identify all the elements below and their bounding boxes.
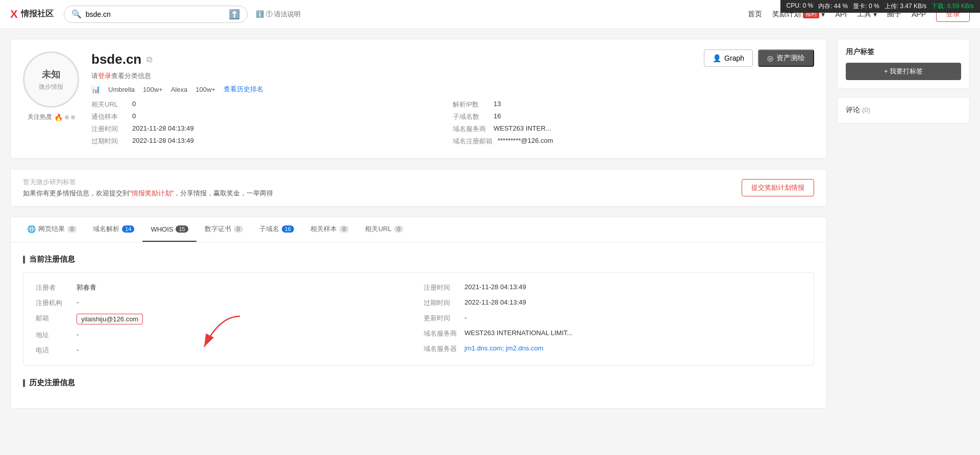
domain-name: bsde.cn <box>91 52 141 67</box>
meta-subdomain: 子域名数 16 <box>453 112 814 121</box>
reward-plan-link[interactable]: 情报奖励计划 <box>132 189 172 197</box>
email-val[interactable]: yilaishiju@126.com <box>77 314 143 324</box>
sidebar: 用户标签 + 我要打标签 评论 (0) <box>837 39 970 409</box>
domain-provider-val: WEST263 INTER... <box>494 124 551 134</box>
nav-home[interactable]: 首页 <box>748 10 762 19</box>
whois-grid: 注册者 郭春青 注册机构 - 邮箱 yilaishiju@126.com <box>36 283 801 355</box>
logo-x-icon: X <box>10 8 18 21</box>
graph-button[interactable]: 👤 Graph <box>704 49 753 67</box>
email-label: 邮箱 <box>36 314 71 323</box>
tab-webpage[interactable]: 🌐 网页结果 0 <box>19 217 85 242</box>
profile-card: 未知 微步情报 关注热度 🔥 bsde.cn ⧉ <box>10 39 827 159</box>
meta-col-fourth: 域名服务商 WEST263 INTER... 域名注册邮箱 *********@… <box>453 124 814 146</box>
meta-col-third: 注册时间 2021-11-28 04:13:49 过期时间 2022-11-28… <box>91 124 453 146</box>
login-link[interactable]: 登录 <box>98 72 111 80</box>
reg-time-label: 注册时间 <box>424 283 459 292</box>
whois-col-left: 注册者 郭春青 注册机构 - 邮箱 yilaishiju@126.com <box>36 283 413 355</box>
upload-stat: 上传: 3.47 KB/s <box>885 2 927 11</box>
tab-dns-badge: 14 <box>122 225 134 233</box>
tab-cert-badge: 0 <box>234 225 243 233</box>
profile-actions: 👤 Graph ◎ 资产测绘 <box>704 49 814 67</box>
tab-dns[interactable]: 域名解析 14 <box>85 217 142 242</box>
dot2 <box>71 115 75 119</box>
alexa-label: Alexa <box>171 86 188 93</box>
flame-icon: 🔥 <box>54 113 63 121</box>
meta-col-left: 相关URL 0 通信样本 0 <box>91 100 453 121</box>
graph-button-label: Graph <box>724 54 744 62</box>
syntax-hint-label: ① 语法说明 <box>266 10 301 19</box>
update-time-label: 更新时间 <box>424 314 459 323</box>
copy-icon[interactable]: ⧉ <box>146 55 152 64</box>
asset-button[interactable]: ◎ 资产测绘 <box>758 49 814 67</box>
subdomain-val: 16 <box>494 112 501 121</box>
meta-expire-time: 过期时间 2022-11-28 04:13:49 <box>91 137 453 146</box>
logo-text: 情报社区 <box>21 9 54 19</box>
tab-subdomain-label: 子域名 <box>259 224 279 234</box>
gpu-stat: 显卡: 0 % <box>853 2 879 11</box>
domain-email-label: 域名注册邮箱 <box>453 137 493 146</box>
tab-whois[interactable]: WHOIS 15 <box>142 217 196 242</box>
syntax-hint[interactable]: ℹ️ ① 语法说明 <box>256 10 301 19</box>
tab-sample-badge: 0 <box>339 225 349 233</box>
tag-desc: 如果你有更多情报信息，欢迎提交到"情报奖励计划"，分享情报，赢取奖金，一举两得 <box>23 189 273 198</box>
registrant-label: 注册者 <box>36 283 71 292</box>
domain-email-val: *********@126.com <box>498 137 553 146</box>
tab-cert[interactable]: 数字证书 0 <box>197 217 251 242</box>
graph-person-icon: 👤 <box>713 54 721 62</box>
report-button[interactable]: 提交奖励计划情报 <box>742 179 814 196</box>
tab-related-url-label: 相关URL <box>365 224 391 234</box>
add-tag-button[interactable]: + 我要打标签 <box>846 63 961 80</box>
meta-related-url: 相关URL 0 <box>91 100 453 109</box>
related-url-label: 相关URL <box>91 100 127 109</box>
ns-provider-val: WEST263 INTERNATIONAL LIMIT... <box>464 329 573 337</box>
rank-bar-icon: 📊 <box>91 85 100 93</box>
phone-label: 电话 <box>36 346 71 355</box>
tab-subdomain-badge: 16 <box>282 225 294 233</box>
profile-meta: 相关URL 0 通信样本 0 解析IP数 13 <box>91 100 814 146</box>
tab-sample[interactable]: 相关样本 0 <box>302 217 357 242</box>
download-stat: 下载: 6.59 KB/s <box>932 2 974 11</box>
avatar-sub-text: 微步情报 <box>39 83 63 91</box>
search-input[interactable] <box>86 10 218 18</box>
whois-expire-time: 过期时间 2022-11-28 04:13:49 <box>424 298 801 308</box>
sys-stats-bar: CPU: 0 % 内存: 44 % 显卡: 0 % 上传: 3.47 KB/s … <box>780 0 980 13</box>
reg-time-val: 2021-11-28 04:13:49 <box>464 283 526 291</box>
tab-subdomain[interactable]: 子域名 16 <box>251 217 302 242</box>
navbar: X 情报社区 🔍 ⬆️ ℹ️ ① 语法说明 首页 奖励计划 福利 ▾ API 工… <box>0 0 980 29</box>
ns-provider-label: 域名服务商 <box>424 329 459 338</box>
comm-sample-label: 通信样本 <box>91 112 127 121</box>
expire-time-val2: 2022-11-28 04:13:49 <box>464 298 526 306</box>
update-time-val: - <box>464 314 467 321</box>
whois-update-time: 更新时间 - <box>424 314 801 323</box>
resolve-ip-val: 13 <box>494 100 501 109</box>
whois-email: 邮箱 yilaishiju@126.com <box>36 314 413 324</box>
tab-dns-label: 域名解析 <box>93 224 119 234</box>
tab-related-url[interactable]: 相关URL 0 <box>357 217 411 242</box>
meta-resolve-ip: 解析IP数 13 <box>453 100 814 109</box>
domain-provider-label: 域名服务商 <box>453 124 488 134</box>
expire-time-label2: 过期时间 <box>424 298 459 308</box>
history-rank-link[interactable]: 查看历史排名 <box>224 85 263 94</box>
register-time-val: 2021-11-28 04:13:49 <box>132 124 194 134</box>
expire-time-val: 2022-11-28 04:13:49 <box>132 137 194 146</box>
alexa-val: 100w+ <box>195 86 215 93</box>
history-section: 历史注册信息 <box>23 378 814 388</box>
whois-registrant: 注册者 郭春青 <box>36 283 413 292</box>
whois-col-right: 注册时间 2021-11-28 04:13:49 过期时间 2022-11-28… <box>424 283 801 355</box>
logo: X 情报社区 <box>10 8 54 21</box>
search-icon: 🔍 <box>71 9 82 19</box>
asset-icon: ◎ <box>767 54 773 62</box>
tab-whois-label: WHOIS <box>151 225 173 233</box>
whois-nameserver: 域名服务器 jm1.dns.com; jm2.dns.com <box>424 344 801 353</box>
upload-icon[interactable]: ⬆️ <box>229 9 240 20</box>
tabs-bar: 🌐 网页结果 0 域名解析 14 WHOIS 15 数字证书 0 子域名 16 … <box>10 217 827 242</box>
no-tag-text: 暂无微步研判标签 <box>23 178 273 187</box>
org-label: 注册机构 <box>36 298 71 308</box>
nameserver-val[interactable]: jm1.dns.com; jm2.dns.com <box>464 344 544 352</box>
search-bar: 🔍 ⬆️ <box>64 6 248 23</box>
login-hint: 请登录查看分类信息 <box>91 71 814 81</box>
whois-section: 当前注册信息 注册者 郭春青 注册机构 - <box>10 242 827 409</box>
main-container: 未知 微步情报 关注热度 🔥 bsde.cn ⧉ <box>0 29 980 419</box>
phone-val: - <box>77 346 79 353</box>
profile-info: bsde.cn ⧉ 👤 Graph ◎ 资产测绘 <box>91 52 814 146</box>
